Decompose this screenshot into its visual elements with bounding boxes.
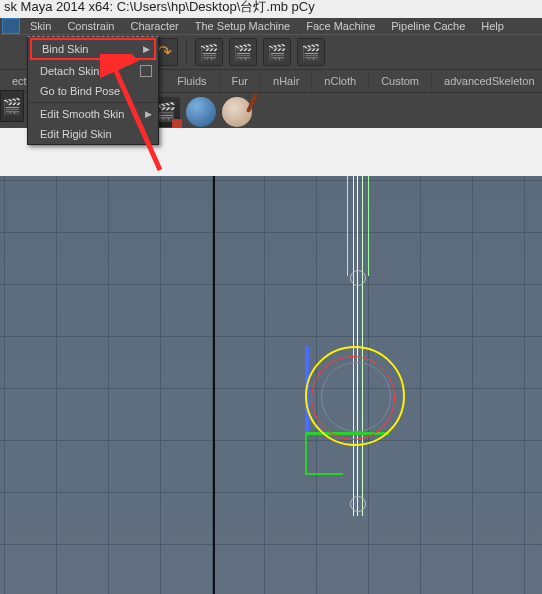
menu-item-detach-skin[interactable]: Detach Skin xyxy=(28,61,158,81)
menu-pad-icon[interactable] xyxy=(2,18,20,34)
separator xyxy=(186,40,187,64)
menu-item-label: Detach Skin xyxy=(40,65,140,77)
menu-bar: Skin Constrain Character The Setup Machi… xyxy=(0,18,542,34)
menu-pipeline-cache[interactable]: Pipeline Cache xyxy=(383,19,473,33)
menu-item-label: Edit Smooth Skin xyxy=(40,108,145,120)
shelf-tab-custom[interactable]: Custom xyxy=(369,72,432,90)
menu-character[interactable]: Character xyxy=(122,19,186,33)
option-box-icon[interactable] xyxy=(140,65,152,77)
axis-y-line xyxy=(213,176,215,594)
viewport[interactable] xyxy=(0,176,542,594)
clapper-3-icon[interactable]: 🎬 xyxy=(263,38,291,66)
shelf-tab-advanced-skeleton[interactable]: advancedSkeleton xyxy=(432,72,542,90)
viewport-grid xyxy=(0,176,542,594)
gizmo-cross-v xyxy=(305,435,307,473)
submenu-arrow-icon: ▶ xyxy=(143,44,150,54)
gizmo-ring-x[interactable] xyxy=(311,356,395,440)
left-clapper-icon[interactable]: 🎬 xyxy=(0,90,24,122)
menu-item-edit-rigid-skin[interactable]: Edit Rigid Skin xyxy=(28,124,158,144)
clapper-2-icon[interactable]: 🎬 xyxy=(229,38,257,66)
title-bar: sk Maya 2014 x64: C:\Users\hp\Desktop\台灯… xyxy=(0,0,542,18)
shelf-tab-fur[interactable]: Fur xyxy=(220,72,262,90)
clapper-4-icon[interactable]: 🎬 xyxy=(297,38,325,66)
menu-setup-machine[interactable]: The Setup Machine xyxy=(187,19,298,33)
menu-item-label: Go to Bind Pose xyxy=(40,85,152,97)
left-panel-fragment: 🎬 xyxy=(0,90,24,130)
rotate-gizmo[interactable] xyxy=(305,346,405,446)
skin-dropdown: Bind Skin ▶ Detach Skin Go to Bind Pose … xyxy=(27,36,159,145)
menu-item-label: Bind Skin xyxy=(42,43,143,55)
menu-item-label: Edit Rigid Skin xyxy=(40,128,152,140)
menu-skin[interactable]: Skin xyxy=(22,19,59,33)
menu-separator xyxy=(28,102,158,103)
joint-circle-bottom xyxy=(350,496,366,512)
shelf-tab-nhair[interactable]: nHair xyxy=(261,72,312,90)
gizmo-cross-h xyxy=(305,473,343,475)
joint-circle-top xyxy=(350,270,366,286)
menu-face-machine[interactable]: Face Machine xyxy=(298,19,383,33)
menu-item-bind-skin[interactable]: Bind Skin ▶ xyxy=(30,38,156,60)
title-text: sk Maya 2014 x64: C:\Users\hp\Desktop\台灯… xyxy=(4,0,315,14)
shelf-icon-brush[interactable] xyxy=(222,97,252,127)
submenu-arrow-icon: ▶ xyxy=(145,109,152,119)
menu-item-edit-smooth-skin[interactable]: Edit Smooth Skin ▶ xyxy=(28,104,158,124)
shelf-tab-ncloth[interactable]: nCloth xyxy=(312,72,369,90)
menu-constrain[interactable]: Constrain xyxy=(59,19,122,33)
menu-help[interactable]: Help xyxy=(473,19,512,33)
clapper-1-icon[interactable]: 🎬 xyxy=(195,38,223,66)
shelf-icon-globe[interactable] xyxy=(186,97,216,127)
shelf-tab-fluids[interactable]: Fluids xyxy=(165,72,219,90)
menu-item-go-to-bind-pose[interactable]: Go to Bind Pose xyxy=(28,81,158,101)
